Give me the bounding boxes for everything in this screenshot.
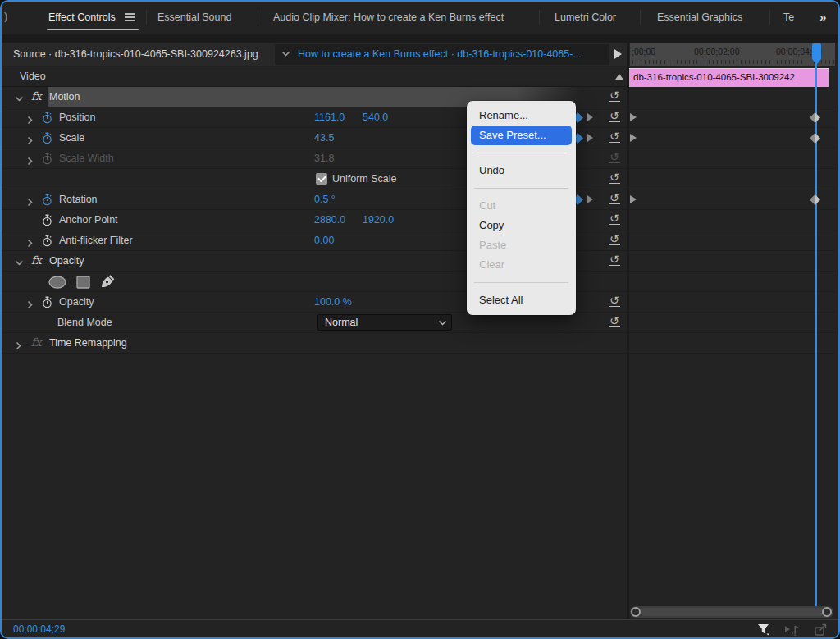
zoom-handle-right[interactable]: [822, 607, 832, 617]
timeline-clip[interactable]: db-316-tropics-010-4065-SBI-3009242: [629, 68, 829, 87]
tab-overflow-icon[interactable]: »: [819, 10, 824, 24]
next-keyframe-icon[interactable]: [587, 113, 593, 121]
keyframe-start-icon[interactable]: [630, 113, 637, 121]
panel-menu-icon[interactable]: [125, 13, 135, 22]
row-blend-mode: Blend ModeNormal↺: [2, 313, 835, 333]
stopwatch-icon[interactable]: [42, 153, 52, 168]
twirl-closed-icon[interactable]: [26, 298, 34, 306]
chevron-down-icon: [281, 51, 290, 57]
play-icon[interactable]: [614, 49, 622, 59]
reset-parameter-button[interactable]: ↺: [609, 152, 620, 163]
stopwatch-icon[interactable]: [42, 214, 52, 230]
fx-badge-icon[interactable]: fx: [31, 89, 42, 103]
property-value[interactable]: 0.5 °: [314, 194, 336, 205]
reset-parameter-button[interactable]: ↺: [609, 316, 620, 327]
reset-parameter-button[interactable]: ↺: [609, 131, 620, 143]
blend-mode-dropdown[interactable]: Normal: [317, 314, 452, 331]
tab-essential-sound[interactable]: Essential Sound: [158, 11, 231, 23]
panel-splitter[interactable]: [627, 43, 629, 619]
tab-te[interactable]: Te: [783, 11, 794, 23]
ruler-tick: [653, 60, 654, 64]
pen-mask-icon[interactable]: [99, 274, 116, 293]
menu-item-save-preset[interactable]: Save Preset...: [471, 126, 572, 145]
filter-icon[interactable]: [756, 622, 771, 637]
ruler-tick: [777, 60, 778, 64]
property-value[interactable]: 43.5: [314, 132, 334, 144]
ruler-tick: [785, 60, 786, 64]
menu-item-rename[interactable]: Rename...: [471, 106, 572, 126]
property-value[interactable]: 1161.0: [314, 112, 345, 123]
reset-parameter-button[interactable]: ↺: [609, 90, 620, 102]
menu-item-select-all[interactable]: Select All: [471, 290, 572, 310]
reset-parameter-button[interactable]: ↺: [609, 111, 620, 122]
ruler-tick: [793, 60, 794, 64]
menu-item-clear: Clear: [471, 255, 572, 275]
property-value[interactable]: 31.8: [314, 153, 334, 164]
ruler-tick: [806, 60, 806, 64]
keyframe-icon[interactable]: [810, 133, 820, 144]
ruler-tick: [797, 60, 798, 64]
stopwatch-icon[interactable]: [42, 132, 52, 148]
tab-lumetri-color[interactable]: Lumetri Color: [555, 11, 616, 23]
twirl-closed-icon[interactable]: [26, 154, 34, 162]
ruler-tick: [696, 60, 697, 64]
twirl-open-icon[interactable]: [15, 93, 23, 101]
current-timecode[interactable]: 00;00;04;29: [13, 623, 65, 635]
reset-parameter-button[interactable]: ↺: [609, 295, 620, 307]
twirl-closed-icon[interactable]: [26, 195, 34, 203]
property-value[interactable]: 1920.0: [363, 214, 394, 226]
collapse-up-icon[interactable]: [615, 74, 623, 80]
menu-item-paste: Paste: [471, 235, 572, 255]
property-value[interactable]: 2880.0: [314, 214, 345, 226]
fx-badge-icon[interactable]: fx: [31, 253, 42, 267]
twirl-closed-icon[interactable]: [15, 339, 23, 347]
keyframe-start-icon[interactable]: [630, 195, 637, 203]
play-audio-icon[interactable]: [784, 623, 801, 636]
checkbox-label: Uniform Scale: [332, 173, 397, 185]
menu-item-copy[interactable]: Copy: [471, 216, 572, 235]
ruler-tick: [701, 60, 701, 64]
timeline-zoom-scrollbar-thumb[interactable]: [641, 608, 824, 616]
timeline-ruler[interactable]: ;00;0000;00;02;0000;00;04;00: [630, 43, 835, 66]
reset-parameter-button[interactable]: ↺: [609, 234, 620, 245]
next-keyframe-icon[interactable]: [587, 195, 593, 203]
property-value[interactable]: 540.0: [363, 112, 388, 123]
reset-parameter-button[interactable]: ↺: [609, 193, 620, 204]
keyframe-icon[interactable]: [810, 112, 820, 123]
ruler-tick: [717, 60, 718, 64]
twirl-closed-icon[interactable]: [26, 134, 34, 142]
ruler-tick: [774, 60, 774, 64]
reset-parameter-button[interactable]: ↺: [609, 254, 620, 266]
stopwatch-icon[interactable]: [42, 112, 52, 127]
twirl-open-icon[interactable]: [15, 257, 23, 265]
ruler-tick: [741, 60, 742, 64]
zoom-handle-left[interactable]: [631, 607, 641, 617]
stopwatch-icon[interactable]: [42, 296, 52, 312]
reset-parameter-button[interactable]: ↺: [609, 213, 620, 225]
panel-tab-bar: ) Effect ControlsEssential SoundAudio Cl…: [2, 2, 838, 34]
sequence-selector[interactable]: How to create a Ken Burns effect · db-31…: [275, 44, 609, 65]
export-icon[interactable]: [814, 623, 829, 637]
stopwatch-icon[interactable]: [42, 194, 52, 209]
next-keyframe-icon[interactable]: [587, 134, 593, 142]
tab-audio-clip-mixer-how-to-create-a-ken-burns-effect[interactable]: Audio Clip Mixer: How to create a Ken Bu…: [273, 11, 504, 23]
tab-essential-graphics[interactable]: Essential Graphics: [657, 11, 742, 23]
row-opacity: fxOpacity↺: [2, 251, 835, 272]
rectangle-mask-icon[interactable]: [75, 275, 91, 293]
sequence-link[interactable]: How to create a Ken Burns effect · db-31…: [298, 48, 582, 60]
stopwatch-icon[interactable]: [42, 235, 52, 250]
reset-parameter-button[interactable]: ↺: [609, 172, 620, 184]
fx-badge-icon[interactable]: fx: [31, 335, 42, 349]
twirl-closed-icon[interactable]: [26, 236, 34, 244]
property-value[interactable]: 100.0 %: [314, 296, 352, 308]
property-value[interactable]: 0.00: [314, 235, 334, 246]
context-menu: Rename...Save Preset...UndoCutCopyPasteC…: [467, 101, 576, 315]
tab-effect-controls[interactable]: Effect Controls: [48, 11, 116, 23]
keyframe-start-icon[interactable]: [630, 134, 637, 142]
ellipse-mask-icon[interactable]: [48, 275, 67, 293]
uniform-scale-checkbox[interactable]: [316, 173, 327, 185]
menu-item-undo[interactable]: Undo: [471, 161, 572, 180]
twirl-closed-icon[interactable]: [26, 113, 34, 121]
keyframe-icon[interactable]: [810, 194, 820, 205]
ruler-tick: [761, 60, 762, 64]
